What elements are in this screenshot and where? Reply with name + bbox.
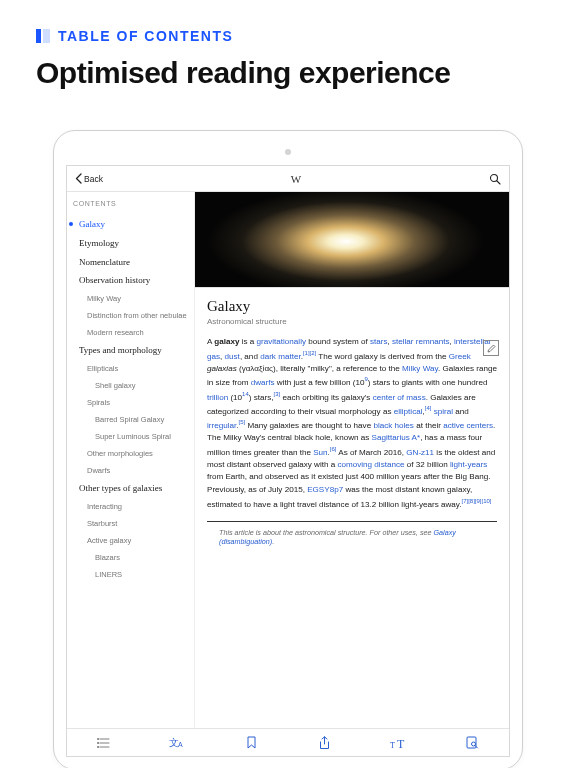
edit-button[interactable] [483, 340, 499, 356]
svg-text:A: A [178, 741, 183, 748]
toc-item[interactable]: Nomenclature [73, 253, 188, 272]
toc-item[interactable]: Observation history [73, 271, 188, 290]
svg-text:T: T [397, 737, 405, 749]
article-text: A galaxy is a gravitationally bound syst… [207, 336, 497, 511]
font-icon: TT [390, 737, 406, 749]
toc-item[interactable]: Modern research [73, 324, 188, 341]
toc-item[interactable]: Super Luminous Spiral [73, 428, 188, 445]
svg-point-5 [97, 738, 98, 739]
content-row: CONTENTS GalaxyEtymologyNomenclatureObse… [67, 192, 509, 728]
bottom-toolbar: 文A TT [67, 728, 509, 756]
back-label: Back [84, 174, 103, 184]
headline-text: Optimised reading experience [36, 56, 540, 90]
marketing-header: TABLE OF CONTENTS Optimised reading expe… [0, 0, 576, 106]
toc-item[interactable]: Distinction from other nebulae [73, 307, 188, 324]
svg-line-1 [497, 181, 500, 184]
toc-item[interactable]: Etymology [73, 234, 188, 253]
toc-item[interactable]: Spirals [73, 394, 188, 411]
toc-list: GalaxyEtymologyNomenclatureObservation h… [73, 215, 188, 583]
toc-item[interactable]: Galaxy [73, 215, 188, 234]
svg-point-6 [97, 742, 98, 743]
camera-dot [285, 149, 291, 155]
toc-heading: CONTENTS [73, 200, 188, 207]
share-button[interactable] [316, 736, 334, 750]
app-screen: Back W CONTENTS GalaxyEtymologyNomenclat… [66, 165, 510, 757]
bookmark-icon [247, 736, 256, 749]
toc-icon [97, 737, 111, 749]
svg-text:T: T [390, 741, 395, 749]
page-root: TABLE OF CONTENTS Optimised reading expe… [0, 0, 576, 768]
toc-item[interactable]: Shell galaxy [73, 377, 188, 394]
navbar-title: W [103, 173, 489, 185]
article-title: Galaxy [207, 298, 497, 315]
svg-point-0 [491, 174, 498, 181]
toc-item[interactable]: Types and morphology [73, 341, 188, 360]
article-body: Galaxy Astronomical structure A galaxy i… [195, 288, 509, 556]
share-icon [319, 736, 330, 750]
toc-item[interactable]: LINERS [73, 566, 188, 583]
search-icon [489, 173, 501, 185]
toc-item[interactable]: Starburst [73, 515, 188, 532]
toc-button[interactable] [95, 737, 113, 749]
find-button[interactable] [463, 736, 481, 749]
toc-item[interactable]: Other morphologies [73, 445, 188, 462]
toc-item[interactable]: Ellipticals [73, 360, 188, 377]
language-button[interactable]: 文A [168, 736, 186, 749]
hatnote: This article is about the astronomical s… [207, 521, 497, 546]
toc-panel[interactable]: CONTENTS GalaxyEtymologyNomenclatureObse… [67, 192, 195, 728]
toc-glyph-icon [36, 29, 50, 43]
eyebrow-row: TABLE OF CONTENTS [36, 28, 540, 44]
font-button[interactable]: TT [389, 737, 407, 749]
toc-item[interactable]: Milky Way [73, 290, 188, 307]
find-in-page-icon [466, 736, 479, 749]
svg-point-7 [97, 746, 98, 747]
eyebrow-text: TABLE OF CONTENTS [58, 28, 233, 44]
device-stage: Back W CONTENTS GalaxyEtymologyNomenclat… [0, 106, 576, 768]
tablet-frame: Back W CONTENTS GalaxyEtymologyNomenclat… [53, 130, 523, 768]
toc-item[interactable]: Other types of galaxies [73, 479, 188, 498]
toc-item[interactable]: Barred Spiral Galaxy [73, 411, 188, 428]
bookmark-button[interactable] [242, 736, 260, 749]
toc-item[interactable]: Blazars [73, 549, 188, 566]
search-button[interactable] [489, 173, 501, 185]
toc-item[interactable]: Active galaxy [73, 532, 188, 549]
back-button[interactable]: Back [75, 173, 103, 184]
hero-image[interactable] [195, 192, 509, 288]
pencil-icon [487, 344, 496, 353]
toc-item[interactable]: Interacting [73, 498, 188, 515]
article-panel[interactable]: Galaxy Astronomical structure A galaxy i… [195, 192, 509, 728]
chevron-left-icon [75, 173, 82, 184]
navbar: Back W [67, 166, 509, 192]
article-subtitle: Astronomical structure [207, 317, 497, 326]
language-icon: 文A [169, 736, 185, 749]
toc-item[interactable]: Dwarfs [73, 462, 188, 479]
